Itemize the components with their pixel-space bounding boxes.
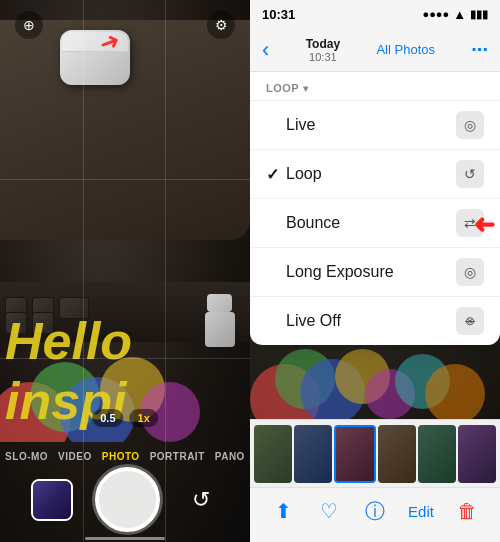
battery-icon: ▮▮▮ [470,8,488,21]
heart-button[interactable]: ♡ [311,493,347,529]
film-thumb-4[interactable] [378,425,416,483]
live-icon-box: ◎ [456,111,484,139]
thumbnail-preview[interactable] [31,479,73,521]
mode-pano[interactable]: PANO [215,451,245,462]
film-thumb-2[interactable] [294,425,332,483]
settings-icon-btn[interactable]: ⚙ [207,11,235,39]
camera-panel: Hello inspi ⊕ ⚙ ➜ 0.5 1x SLO-MO VIDEO PH… [0,0,250,542]
home-indicator-camera [85,537,165,540]
all-photos-button[interactable]: All Photos [376,42,435,57]
share-button[interactable]: ⬆ [265,493,301,529]
red-arrow-loop: ➜ [350,210,495,241]
status-bar: 10:31 ●●●● ▲ ▮▮▮ [250,0,500,28]
photos-panel: 10:31 ●●●● ▲ ▮▮▮ ‹ Today 10:31 All Photo… [250,0,500,542]
film-thumb-1[interactable] [254,425,292,483]
dropdown-item-live-off[interactable]: Live Off ⊗ [250,296,500,345]
status-time: 10:31 [262,7,295,22]
loop-dropdown[interactable]: LOOP ▾ Live ◎ ✓ Loop ↺ [250,72,500,345]
long-exposure-option-icon: ◎ [464,264,476,280]
camera-mode-bar: SLO-MO VIDEO PHOTO PORTRAIT PANO [0,451,250,462]
loop-checkmark: ✓ [266,165,286,184]
camera-bottom-bar: ↺ [0,467,250,532]
edit-label: Edit [408,503,434,520]
film-thumb-5[interactable] [418,425,456,483]
loop-option-icon: ↺ [464,166,476,182]
back-button[interactable]: ‹ [262,39,269,61]
shutter-button[interactable] [95,467,160,532]
mode-portrait[interactable]: PORTRAIT [150,451,205,462]
film-thumb-3[interactable] [334,425,376,483]
live-off-icon-box: ⊗ [456,307,484,335]
info-icon: ⓘ [365,498,385,525]
bottom-toolbar: ⬆ ♡ ⓘ Edit 🗑 [250,487,500,542]
edit-button[interactable]: Edit [403,493,439,529]
loop-chevron-icon: ▾ [303,83,309,94]
live-icon: ⊕ [23,17,35,33]
robot-figure [195,292,245,362]
info-button[interactable]: ⓘ [357,493,393,529]
trash-icon: 🗑 [457,500,477,523]
flip-icon: ↺ [192,487,210,513]
mode-slomo[interactable]: SLO-MO [5,451,48,462]
loop-label: LOOP [266,82,299,94]
live-off-option-icon: ⊗ [465,314,475,328]
film-strip [250,419,500,487]
dropdown-item-long-exposure[interactable]: Long Exposure ◎ [250,247,500,296]
thumbnail-image [33,481,71,519]
live-option-icon: ◎ [464,117,476,133]
live-label: Live [286,116,456,134]
hello-text: Hello [5,315,132,367]
photos-nav: ‹ Today 10:31 All Photos ··· [250,28,500,72]
camera-top-bar: ⊕ ⚙ [0,0,250,50]
zoom-05-btn[interactable]: 0.5 [92,409,123,427]
live-icon-btn[interactable]: ⊕ [15,11,43,39]
wifi-icon: ▲ [453,7,466,22]
live-off-label: Live Off [286,312,456,330]
more-button[interactable]: ··· [471,38,488,61]
settings-icon: ⚙ [215,17,228,33]
status-icons: ●●●● ▲ ▮▮▮ [423,7,488,22]
trash-button[interactable]: 🗑 [449,493,485,529]
loop-header: LOOP ▾ [250,72,500,100]
robot-body [205,312,235,347]
film-thumb-6[interactable] [458,425,496,483]
zoom-controls: 0.5 1x [92,409,158,427]
zoom-1x-btn[interactable]: 1x [130,409,158,427]
flip-camera-button[interactable]: ↺ [183,482,219,518]
nav-title: Today [306,37,340,51]
mode-video[interactable]: VIDEO [58,451,92,462]
heart-icon: ♡ [320,499,338,523]
photo-viewer: iratio ⚙🔑 LOOP ▾ Live ◎ [250,72,500,419]
signal-icon: ●●●● [423,8,450,20]
long-exposure-icon-box: ◎ [456,258,484,286]
long-exposure-label: Long Exposure [286,263,456,281]
loop-icon-box: ↺ [456,160,484,188]
mode-photo[interactable]: PHOTO [102,451,140,462]
dropdown-item-live[interactable]: Live ◎ [250,100,500,149]
share-icon: ⬆ [275,499,292,523]
robot-head [207,294,232,312]
nav-center: Today 10:31 [306,37,340,63]
loop-label-item: Loop [286,165,456,183]
dropdown-item-loop[interactable]: ✓ Loop ↺ [250,149,500,198]
nav-subtitle: 10:31 [306,51,340,63]
